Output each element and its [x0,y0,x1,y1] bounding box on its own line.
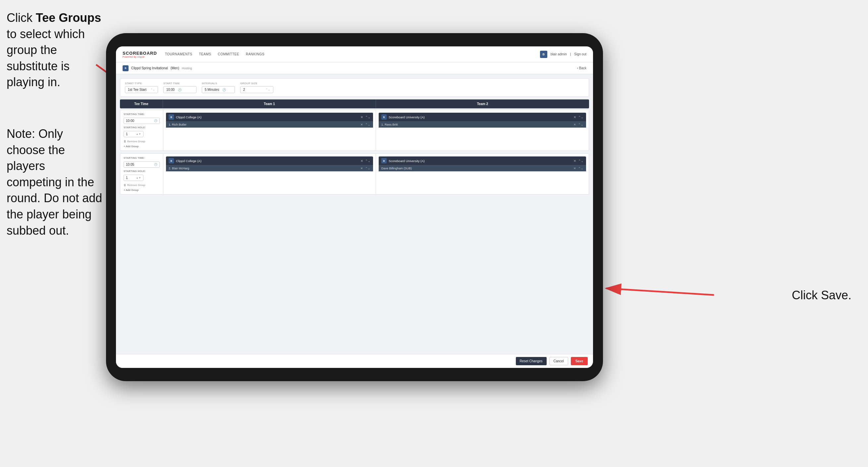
tee-group-1: STARTING TIME: 10:00 🕐 STARTING HOLE: 1 … [120,110,589,151]
nav-rankings[interactable]: RANKINGS [246,51,265,57]
logo-text: SCOREBOARD [123,51,157,56]
start-time-input[interactable]: 10:00 🕐 [163,86,196,93]
sub-header-left: B Clippd Spring Invitational (Men) Hosti… [123,65,192,71]
group-size-field: Group Size 2 ⌃⌄ [240,82,273,93]
tablet-screen: SCOREBOARD Powered by clippd TOURNAMENTS… [116,47,593,368]
group-2-team1-card: B Clippd College (A) ✕ ⌃⌄ 2. Blair McHar… [166,156,373,171]
group-2-team2-player-1-name: Dave Billingham (SUB) [381,167,412,170]
group-2-team2-player-1-actions: ✕ ⌃⌄ [574,167,583,170]
nav-items: TOURNAMENTS TEAMS COMMITTEE RANKINGS [165,51,540,57]
tablet-frame: SCOREBOARD Powered by clippd TOURNAMENTS… [106,33,603,381]
group-1-team2-icon: B [381,114,386,120]
group-2-team1-name: Clippd College (A) [176,159,359,163]
group-2-team1-cell: B Clippd College (A) ✕ ⌃⌄ 2. Blair McHar… [163,154,376,194]
nav-teams[interactable]: TEAMS [199,51,211,57]
group-1-team2-card: B Scoreboard University (A) ✕ ⌃⌄ 1. Rees… [379,113,586,127]
group-2-team1-close[interactable]: ✕ [361,159,363,163]
cancel-button[interactable]: Cancel [549,357,568,365]
group-1-hole-stepper[interactable]: ▲▼ [136,133,141,136]
group-1-team1-actions: ✕ ⌃⌄ [361,115,370,119]
group-1-team2-player-1: 1. Rees Britt ✕ ⌃⌄ [379,121,586,127]
group-1-team2-player-1-actions: ✕ ⌃⌄ [574,123,583,126]
group-2-time-input[interactable]: 10:05 🕐 [124,162,160,168]
group-2-team2-player-1: Dave Billingham (SUB) ✕ ⌃⌄ [379,165,586,171]
group-2-team2-actions: ✕ ⌃⌄ [574,159,583,163]
group-2-team1-player-1-close[interactable]: ✕ [361,167,363,170]
intervals-input[interactable]: 5 Minutes 🕐 [202,86,235,93]
group-2-starting-hole-label: STARTING HOLE: [124,170,160,173]
group-1-time-input[interactable]: 10:00 🕐 [124,118,160,124]
start-type-field: Start Type 1st Tee Start ⌃⌄ [125,82,158,93]
group-1-team1-player-1: 1. Rich Butler ✕ ⌃⌄ [166,121,373,127]
group-1-team1-name: Clippd College (A) [176,115,359,119]
start-type-input[interactable]: 1st Tee Start ⌃⌄ [125,86,158,93]
instruction-tee-groups: Click Tee Groups to select which group t… [0,0,113,100]
group-2-add-button[interactable]: + Add Group [124,188,160,192]
group-2-hole-input[interactable]: 1 ▲▼ [124,175,144,181]
group-1-team1-cell: B Clippd College (A) ✕ ⌃⌄ 1. Rich Butler… [163,110,376,150]
group-size-input[interactable]: 2 ⌃⌄ [240,86,273,93]
start-type-label: Start Type [125,82,158,85]
group-1-team2-player-1-close[interactable]: ✕ [574,123,576,126]
group-2-remove-button[interactable]: 🗑 Remove Group [124,184,160,186]
group-1-team1-player-1-actions: ✕ ⌃⌄ [361,123,370,126]
group-2-team2-player-1-expand[interactable]: ⌃⌄ [578,167,583,170]
nav-committee[interactable]: COMMITTEE [218,51,239,57]
group-1-hole-input[interactable]: 1 ▲▼ [124,131,144,137]
group-2-team2-expand[interactable]: ⌃⌄ [578,159,583,163]
save-button[interactable]: Save [571,357,588,365]
tournament-name: Clippd Spring Invitational [131,66,168,70]
start-time-field: Start Time 10:00 🕐 [163,82,196,93]
group-2-team1-header: B Clippd College (A) ✕ ⌃⌄ [166,156,373,165]
group-2-team1-player-1-expand[interactable]: ⌃⌄ [365,167,370,170]
group-1-team1-player-1-close[interactable]: ✕ [361,123,363,126]
intervals-field: Intervals 5 Minutes 🕐 [202,82,235,93]
group-1-team1-close[interactable]: ✕ [361,115,363,119]
group-2-team1-player-1: 2. Blair McHarg ✕ ⌃⌄ [166,165,373,171]
group-1-team2-player-1-expand[interactable]: ⌃⌄ [578,123,583,126]
group-1-team1-player-1-expand[interactable]: ⌃⌄ [365,123,370,126]
intervals-label: Intervals [202,82,235,85]
reset-changes-button[interactable]: Reset Changes [516,357,547,365]
group-1-team1-icon: B [168,114,174,120]
nav-right: B blair admin | Sign out [540,51,586,58]
group-1-team1-header: B Clippd College (A) ✕ ⌃⌄ [166,113,373,121]
nav-separator: | [570,52,571,56]
group-2-team2-cell: B Scoreboard University (A) ✕ ⌃⌄ Dave Bi… [376,154,589,194]
group-2-team1-expand[interactable]: ⌃⌄ [365,159,370,163]
group-2-team1-actions: ✕ ⌃⌄ [361,159,370,163]
col-team1: Team 1 [163,99,376,108]
group-1-team1-player-1-name: 1. Rich Butler [168,123,187,126]
group-1-team2-header: B Scoreboard University (A) ✕ ⌃⌄ [379,113,586,121]
group-2-team2-close[interactable]: ✕ [574,159,576,163]
sub-header: B Clippd Spring Invitational (Men) Hosti… [116,62,593,74]
admin-name: blair admin [551,52,567,56]
click-save-instruction: Click Save. [792,288,851,302]
group-1-add-button[interactable]: + Add Group [124,145,160,148]
group-1-team2-name: Scoreboard University (A) [389,115,571,119]
group-1-team1-card: B Clippd College (A) ✕ ⌃⌄ 1. Rich Butler… [166,113,373,127]
group-2-team2-player-1-close[interactable]: ✕ [574,167,576,170]
col-tee-time: Tee Time [120,99,163,108]
group-2-team2-header: B Scoreboard University (A) ✕ ⌃⌄ [379,156,586,165]
group-2-starting-time-label: STARTING TIME: [124,156,160,159]
group-2-team2-icon: B [381,158,386,164]
group-1-team1-expand[interactable]: ⌃⌄ [365,115,370,119]
group-1-team2-cell: B Scoreboard University (A) ✕ ⌃⌄ 1. Rees… [376,110,589,150]
group-size-caret: ⌃⌄ [266,88,270,91]
hosting-badge: Hosting [182,67,192,70]
group-1-team2-expand[interactable]: ⌃⌄ [578,115,583,119]
trash-icon-2: 🗑 [124,184,126,186]
navbar: SCOREBOARD Powered by clippd TOURNAMENTS… [116,47,593,62]
group-2-team1-icon: B [168,158,174,164]
tee-group-2: STARTING TIME: 10:05 🕐 STARTING HOLE: 1 … [120,153,589,195]
group-1-team2-close[interactable]: ✕ [574,115,576,119]
group-2-team2-card: B Scoreboard University (A) ✕ ⌃⌄ Dave Bi… [379,156,586,171]
group-2-hole-stepper[interactable]: ▲▼ [136,177,141,179]
back-button[interactable]: ‹ Back [577,66,586,70]
trash-icon: 🗑 [124,140,126,143]
tournament-gender: (Men) [170,66,179,70]
nav-tournaments[interactable]: TOURNAMENTS [165,51,192,57]
sign-out-link[interactable]: Sign out [574,52,586,56]
group-1-remove-button[interactable]: 🗑 Remove Group [124,140,160,143]
